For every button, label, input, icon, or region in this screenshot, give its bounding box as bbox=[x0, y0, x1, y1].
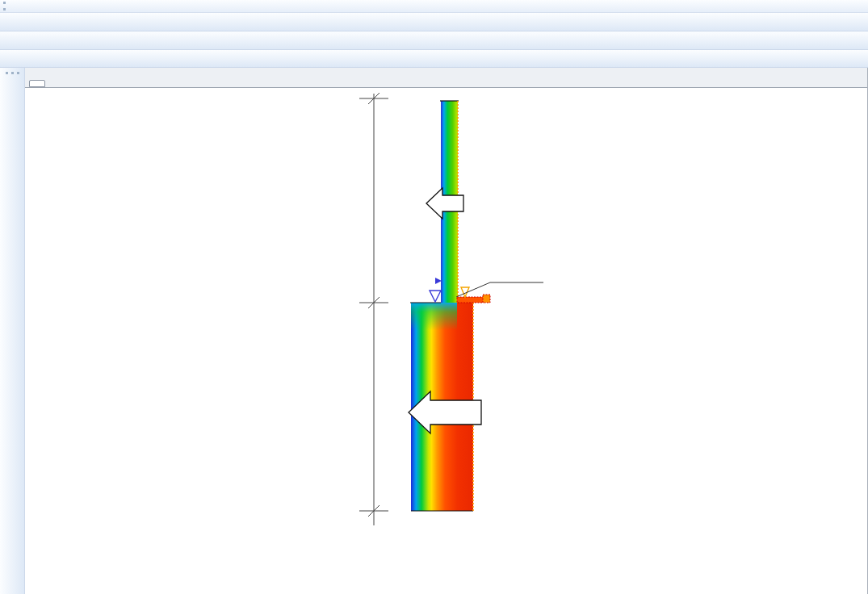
drawing-canvas[interactable] bbox=[25, 88, 867, 594]
tab-bar bbox=[25, 68, 867, 88]
menubar-grip[interactable] bbox=[3, 2, 6, 10]
tab-neues-projekt[interactable] bbox=[29, 80, 45, 87]
tool-sidebar bbox=[0, 68, 25, 594]
toolbar-tools bbox=[0, 50, 868, 68]
sidebar-grip[interactable] bbox=[6, 72, 19, 74]
dimension-lines bbox=[359, 93, 388, 525]
thermal-drawing bbox=[25, 88, 868, 594]
toolbar-standard bbox=[0, 13, 868, 31]
application-window bbox=[0, 0, 868, 594]
menu-bar bbox=[0, 0, 868, 13]
temperature-leader bbox=[456, 282, 543, 297]
tab-close-button[interactable] bbox=[849, 71, 863, 86]
heat-source-bar bbox=[457, 295, 490, 303]
toolbar-window bbox=[0, 31, 868, 50]
